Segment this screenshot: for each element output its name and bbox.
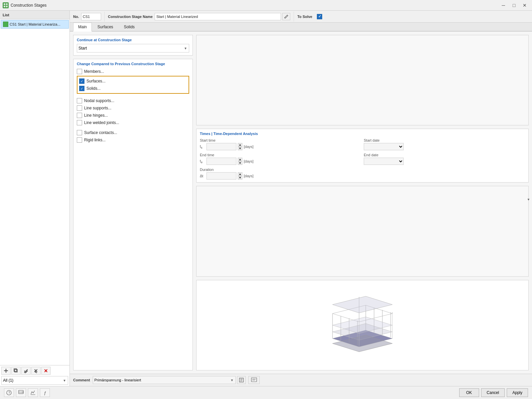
nodal-supports-label: Nodal supports... [84, 98, 114, 103]
titlebar: Construction Stages ─ □ ✕ [0, 0, 532, 11]
edit-button[interactable] [28, 388, 38, 397]
start-date-label: Start date [364, 138, 525, 142]
svg-rect-2 [4, 6, 5, 7]
end-time-input[interactable] [206, 158, 236, 165]
empty-top-section [196, 35, 529, 125]
rigid-links-checkbox[interactable] [77, 137, 82, 143]
start-date-row: ▼ [364, 143, 525, 150]
solids-row: Solids... [79, 85, 187, 92]
end-date-select[interactable] [364, 158, 404, 165]
comment-select-wrap: Primärspannung - linearisiert ▼ [93, 376, 236, 384]
start-date-select[interactable] [364, 143, 404, 150]
line-supports-checkbox[interactable] [77, 105, 82, 111]
line-welded-joints-checkbox[interactable] [77, 120, 82, 125]
bottom-left-buttons: ? 0.00 ƒ [4, 388, 50, 397]
comment-right-btn1[interactable] [248, 376, 260, 384]
name-input[interactable] [155, 13, 281, 20]
building-preview-section [196, 280, 529, 370]
end-time-down[interactable]: ▼ [238, 161, 242, 165]
start-time-row: ts ▲ ▼ [days] [200, 143, 361, 150]
help-button[interactable]: ? [4, 388, 14, 397]
apply-button[interactable]: Apply [507, 388, 528, 397]
comment-edit-button[interactable] [237, 376, 246, 384]
check-all-button[interactable] [21, 367, 31, 375]
no-input[interactable] [81, 13, 101, 20]
left-panel: List CS1 Start | Material Lineariza... [0, 11, 70, 386]
solids-label: Solids... [86, 86, 101, 91]
start-time-label: Start time [200, 138, 361, 142]
uncheck-all-button[interactable] [31, 367, 41, 375]
window-title: Construction Stages [11, 3, 47, 8]
formula-button[interactable]: ƒ [40, 388, 50, 397]
surfaces-checkbox[interactable] [79, 78, 84, 84]
svg-rect-5 [4, 370, 8, 371]
end-time-field: End time te ▲ ▼ [days] [200, 153, 361, 165]
duration-field: Duration Δt ▲ ▼ [days] [200, 168, 361, 180]
maximize-button[interactable]: □ [509, 2, 519, 9]
tab-main[interactable]: Main [73, 23, 92, 32]
view-button[interactable]: 0.00 [16, 388, 26, 397]
list-header: List [0, 11, 69, 19]
duration-up[interactable]: ▲ [238, 172, 242, 176]
app-icon [3, 2, 9, 8]
filter-select[interactable]: All (1) [1, 376, 68, 385]
minimize-button[interactable]: ─ [499, 2, 508, 9]
copy-item-button[interactable] [11, 367, 21, 375]
formula-icon: ƒ [44, 390, 46, 395]
surface-contacts-checkbox[interactable] [77, 130, 82, 135]
start-time-field: Start time ts ▲ ▼ [days] [200, 138, 361, 150]
members-checkbox[interactable] [77, 69, 82, 74]
comment-select[interactable]: Primärspannung - linearisiert [93, 376, 236, 384]
continue-select[interactable]: Start [77, 44, 189, 53]
start-time-up[interactable]: ▲ [238, 143, 242, 147]
ok-button[interactable]: OK [459, 388, 479, 397]
duration-spinner: ▲ ▼ [238, 172, 242, 180]
start-time-input[interactable] [206, 143, 236, 150]
edit-name-button[interactable] [282, 13, 290, 20]
name-field-group: Construction Stage Name [105, 12, 294, 22]
duration-label: Duration [200, 168, 361, 172]
close-button[interactable]: ✕ [520, 2, 529, 9]
line-hinges-checkbox[interactable] [77, 113, 82, 118]
delete-item-button[interactable] [41, 367, 51, 375]
tab-surfaces[interactable]: Surfaces [92, 23, 118, 31]
end-time-row: te ▲ ▼ [days] [200, 158, 361, 165]
times-grid: Start time ts ▲ ▼ [days] [200, 138, 525, 180]
highlighted-group: Surfaces... Solids... [77, 76, 189, 94]
add-item-button[interactable] [1, 367, 11, 375]
surfaces-label: Surfaces... [86, 79, 105, 83]
start-time-down[interactable]: ▼ [238, 147, 242, 150]
end-time-symbol: te [200, 159, 205, 164]
surfaces-row: Surfaces... [79, 77, 187, 85]
list-item-color [3, 22, 8, 27]
duration-down[interactable]: ▼ [238, 176, 242, 180]
no-label: No. [73, 15, 79, 19]
rigid-links-label: Rigid links... [84, 138, 106, 142]
start-date-field: Start date ▼ [364, 138, 525, 150]
no-field-group: No. [70, 12, 105, 22]
to-solve-checkbox[interactable] [317, 14, 322, 19]
duration-unit: [days] [244, 174, 253, 178]
window-controls: ─ □ ✕ [499, 2, 529, 9]
list-filter: All (1) ▼ [1, 376, 68, 385]
nodal-supports-checkbox[interactable] [77, 98, 82, 103]
list-toolbar [1, 367, 68, 375]
line-supports-row: Line supports... [77, 104, 189, 112]
line-supports-label: Line supports... [84, 106, 111, 110]
end-time-spinner: ▲ ▼ [238, 158, 242, 165]
comment-right [248, 376, 260, 384]
name-label: Construction Stage Name [108, 15, 153, 19]
end-time-label: End time [200, 153, 361, 157]
tab-solids[interactable]: Solids [119, 23, 140, 31]
svg-rect-0 [4, 3, 5, 5]
main-container: List CS1 Start | Material Lineariza... [0, 11, 532, 399]
duration-input[interactable] [206, 172, 236, 180]
nodal-supports-row: Nodal supports... [77, 97, 189, 104]
duration-symbol: Δt [200, 174, 205, 178]
solids-checkbox[interactable] [79, 86, 84, 91]
cancel-button[interactable]: Cancel [481, 388, 505, 397]
end-time-up[interactable]: ▲ [238, 158, 242, 161]
list-bottom: All (1) ▼ [0, 365, 69, 386]
list-item-cs1[interactable]: CS1 Start | Material Lineariza... [1, 20, 69, 29]
left-column: Continue at Construction Stage Start ▼ C… [73, 35, 193, 370]
